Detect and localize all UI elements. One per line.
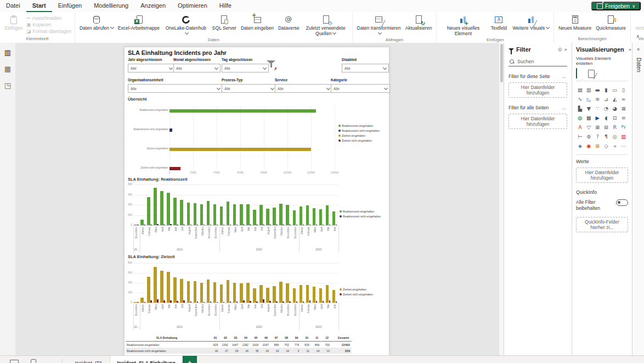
waterfall-chart-icon[interactable]: ▙ — [576, 104, 584, 112]
bar[interactable] — [250, 225, 251, 225]
bar[interactable] — [147, 197, 150, 225]
bar[interactable] — [173, 198, 177, 225]
bar[interactable] — [230, 225, 231, 225]
bar[interactable] — [180, 279, 183, 303]
bar[interactable] — [154, 188, 157, 225]
clustered-column-chart-icon[interactable]: ▮ — [602, 86, 610, 93]
bar[interactable] — [263, 225, 264, 225]
stacked-column-chart-icon[interactable]: ▥ — [585, 86, 593, 93]
clear-all-slicers-icon[interactable]: ✗ — [266, 59, 277, 70]
page-tab-incident_sla-einhaltung[interactable]: Incident_SLA Einhaltung — [110, 356, 182, 363]
bar[interactable] — [150, 225, 152, 225]
format-übertragen-button[interactable]: ◪Format übertragen — [26, 29, 71, 34]
filled-map-icon[interactable]: ▩ — [585, 114, 593, 121]
bar[interactable] — [233, 204, 236, 225]
bar[interactable] — [293, 210, 296, 225]
bar[interactable] — [177, 301, 178, 303]
bar[interactable] — [266, 288, 269, 303]
bar[interactable] — [190, 301, 192, 303]
bar[interactable] — [326, 285, 329, 303]
more-options-icon[interactable]: … — [562, 105, 567, 110]
enter-data-button[interactable]: Daten eingeben — [239, 14, 276, 32]
legend-item[interactable]: Zielzeit nicht eingehalten — [340, 293, 373, 296]
filters-this-page-well[interactable]: Hier Datenfelder hinzufügen — [509, 82, 567, 98]
bar[interactable] — [259, 205, 263, 225]
bar[interactable] — [223, 225, 225, 225]
bar[interactable] — [170, 109, 316, 113]
report-view-icon[interactable]: ▥ — [3, 48, 12, 57]
smart-narrative-icon[interactable]: ¶ — [602, 132, 610, 140]
key-influencers-icon[interactable]: ⊚ — [585, 132, 593, 140]
bar[interactable] — [256, 301, 258, 303]
bar[interactable] — [194, 203, 197, 225]
new-visual-button[interactable]: Neues visuelles Element — [439, 14, 487, 37]
quickinfo-well[interactable]: QuickInfo-Felder hierher zi... — [576, 217, 628, 232]
bar[interactable] — [332, 211, 336, 225]
dataverse-button[interactable]: Dataverse — [276, 14, 302, 32]
legend-item[interactable]: Reaktionszeit nicht eingehalten — [338, 129, 380, 132]
sql-server-button[interactable]: SQL Server — [210, 14, 239, 32]
bar[interactable] — [160, 271, 163, 303]
excel-button[interactable]: Excel-Arbeitsmappe — [116, 14, 162, 32]
transform-data-button[interactable]: Daten transformieren — [355, 14, 403, 37]
menu-item-einfügen[interactable]: Einfügen — [52, 0, 88, 12]
bar[interactable] — [217, 302, 218, 303]
legend-item[interactable]: Reaktionszeit eingehalten — [338, 124, 380, 127]
eye-icon[interactable]: ⊙ — [558, 47, 562, 52]
esri-map-icon[interactable]: ◉ — [585, 142, 593, 149]
scatter-chart-icon[interactable]: ∵ — [594, 104, 602, 112]
bar[interactable] — [170, 300, 172, 303]
bar[interactable] — [213, 204, 217, 225]
bar[interactable] — [200, 283, 204, 303]
legend-item[interactable]: Reaktionszeit eingehalten — [340, 210, 381, 213]
bar[interactable] — [319, 288, 323, 303]
bar[interactable] — [289, 225, 291, 225]
bar[interactable] — [273, 208, 276, 225]
bar[interactable] — [147, 277, 150, 303]
line-clustered-column-chart-icon[interactable]: ◭ — [611, 95, 619, 103]
bar[interactable] — [293, 288, 296, 303]
bar[interactable] — [210, 301, 212, 303]
line-chart-icon[interactable]: ∿ — [576, 95, 584, 103]
ausschneiden-button[interactable]: ✂Ausschneiden — [26, 15, 71, 21]
bar[interactable] — [286, 205, 289, 225]
bar[interactable] — [200, 204, 204, 225]
refresh-button[interactable]: Aktualisieren — [403, 14, 434, 32]
text-box-button[interactable]: Textfeld — [487, 14, 510, 32]
bar[interactable] — [306, 205, 309, 225]
bar[interactable] — [163, 225, 165, 225]
bar[interactable] — [336, 225, 337, 225]
bar[interactable] — [177, 225, 178, 225]
bar[interactable] — [259, 285, 263, 303]
bar[interactable] — [253, 288, 256, 303]
bar[interactable] — [204, 302, 205, 303]
bar[interactable] — [283, 301, 284, 303]
bar[interactable] — [187, 203, 190, 225]
bar[interactable] — [204, 225, 205, 225]
bar[interactable] — [173, 277, 177, 303]
bar[interactable] — [144, 225, 145, 225]
bar[interactable] — [323, 301, 324, 303]
bar[interactable] — [236, 225, 238, 225]
bar[interactable] — [167, 193, 170, 225]
bar[interactable] — [319, 209, 323, 225]
tab-format-visual[interactable] — [587, 69, 596, 78]
quick-measure-button[interactable]: Quickmeasure — [594, 14, 628, 32]
menu-item-start[interactable]: Start — [26, 0, 52, 12]
onelake-button[interactable]: OneLake-Datenhub — [162, 14, 210, 37]
menu-item-datei[interactable]: Datei — [0, 0, 26, 12]
bar[interactable] — [223, 302, 225, 303]
bar[interactable] — [194, 281, 197, 303]
werte-well[interactable]: Hier Datenfelder hinzufügen — [576, 167, 628, 183]
legend-item[interactable]: Zielzeit nicht eingehalten — [338, 139, 380, 142]
legend-item[interactable]: Reaktionszeit nicht eingehalten — [340, 215, 381, 218]
bar[interactable] — [256, 225, 258, 225]
bar[interactable] — [230, 301, 231, 303]
bar[interactable] — [140, 298, 144, 303]
100-stacked-bar-chart-icon[interactable]: ▭ — [611, 86, 619, 93]
bar[interactable] — [313, 208, 316, 225]
bar[interactable] — [170, 129, 172, 132]
bar[interactable] — [157, 299, 159, 303]
area-chart-icon[interactable]: ◺ — [585, 95, 593, 103]
power-automate-icon[interactable]: » — [611, 142, 619, 149]
